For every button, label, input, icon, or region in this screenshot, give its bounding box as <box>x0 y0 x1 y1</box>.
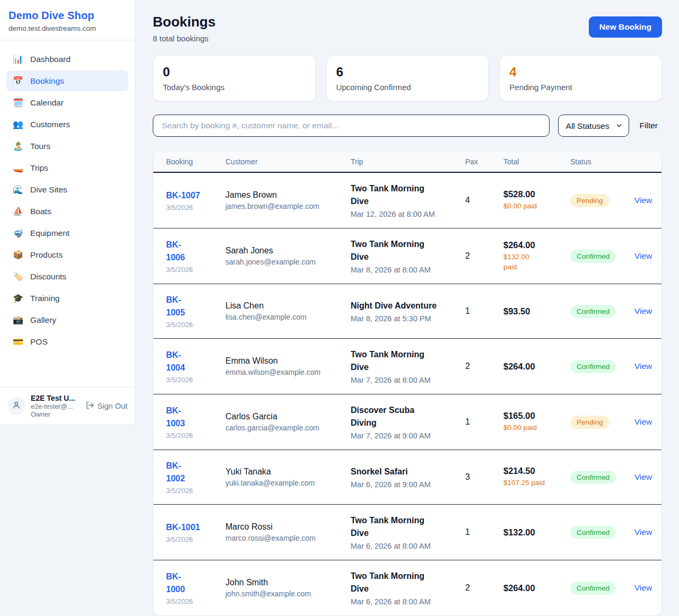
total-amount: $132.00 <box>503 527 570 538</box>
booking-id-link[interactable]: BK- 1006 <box>166 239 185 264</box>
sidebar-item-label: Training <box>30 294 59 303</box>
user-section: E2E Test U... e2e-tester@... Owner Sign … <box>0 387 135 425</box>
search-input[interactable] <box>153 115 550 137</box>
view-link[interactable]: View <box>634 583 652 592</box>
booking-id-link[interactable]: BK- 1003 <box>166 404 185 430</box>
sidebar-item-customers[interactable]: 👥 Customers <box>6 114 128 135</box>
view-link[interactable]: View <box>634 251 652 260</box>
cell-trip: Two Tank Morning Dive Mar 7, 2026 at 8:0… <box>351 348 465 384</box>
sidebar-item-training[interactable]: 🎓 Training <box>6 288 128 309</box>
trip-datetime: Mar 6, 2026 at 8:00 AM <box>351 597 465 606</box>
total-amount: $93.50 <box>503 306 570 316</box>
cell-total: $264.00 <box>503 362 570 372</box>
view-link[interactable]: View <box>634 362 652 371</box>
paid-amount: $132.00 paid <box>503 252 570 272</box>
trip-name: Discover Scuba Diving <box>351 404 465 429</box>
cell-actions: View <box>634 196 653 205</box>
cell-booking: BK- 1003 3/5/2026 <box>166 404 225 439</box>
cell-trip: Night Dive Adventure Mar 8, 2026 at 5:30… <box>351 300 465 323</box>
sidebar-item-label: Gallery <box>30 315 56 325</box>
new-booking-button[interactable]: New Booking <box>589 16 662 38</box>
cell-pax: 1 <box>465 417 503 427</box>
sidebar-item-dashboard[interactable]: 📊 Dashboard <box>6 49 128 69</box>
logout-icon <box>85 401 94 411</box>
cell-customer: Marco Rossi marco.rossi@example.com <box>225 522 351 542</box>
cell-pax: 3 <box>465 472 503 482</box>
customer-email: marco.rossi@example.com <box>225 534 351 542</box>
stat-value: 4 <box>509 65 652 80</box>
cell-customer: Emma Wilson emma.wilson@example.com <box>225 356 351 376</box>
sidebar-item-discounts[interactable]: 🏷️ Discounts <box>6 266 128 287</box>
sidebar-item-label: Trips <box>30 163 48 173</box>
customer-name: Emma Wilson <box>225 356 351 366</box>
view-link[interactable]: View <box>634 527 652 536</box>
cell-customer: John Smith john.smith@example.com <box>225 578 351 598</box>
view-link[interactable]: View <box>634 196 652 205</box>
avatar <box>7 397 25 415</box>
main-content: Bookings 8 total bookings New Booking 0 … <box>135 0 679 616</box>
booking-id-link[interactable]: BK- 1002 <box>166 460 185 485</box>
cell-booking: BK- 1006 3/5/2026 <box>166 239 225 274</box>
booking-date: 3/5/2026 <box>166 321 225 329</box>
view-link[interactable]: View <box>634 472 652 481</box>
cell-status: Confirmed <box>570 526 634 539</box>
cell-booking: BK-1001 3/5/2026 <box>166 521 225 543</box>
sidebar-item-products[interactable]: 📦 Products <box>6 244 128 265</box>
cell-booking: BK- 1000 3/5/2026 <box>166 570 225 605</box>
view-link[interactable]: View <box>634 417 652 426</box>
trip-datetime: Mar 12, 2026 at 8:00 AM <box>351 210 465 218</box>
sidebar-item-label: Discounts <box>30 272 66 281</box>
booking-id-link[interactable]: BK- 1005 <box>166 294 185 319</box>
status-badge: Pending <box>570 416 610 429</box>
total-amount: $528.00 <box>503 189 570 199</box>
sidebar-item-boats[interactable]: ⛵ Boats <box>6 201 128 222</box>
cell-booking: BK- 1002 3/5/2026 <box>166 460 225 495</box>
filter-button[interactable]: Filter <box>640 121 658 130</box>
table-row: BK- 1004 3/5/2026 Emma Wilson emma.wilso… <box>153 339 661 394</box>
booking-id-link[interactable]: BK- 1004 <box>166 349 185 374</box>
cell-trip: Two Tank Morning Dive Mar 6, 2026 at 8:0… <box>351 570 465 606</box>
customer-name: Yuki Tanaka <box>225 467 351 477</box>
cell-actions: View <box>634 251 653 261</box>
sidebar-item-dive-sites[interactable]: 🌊 Dive Sites <box>6 179 128 200</box>
page-header: Bookings 8 total bookings New Booking <box>153 14 662 43</box>
stat-label: Upcoming Confirmed <box>336 83 479 92</box>
cell-total: $165.00 $0.00 paid <box>503 411 570 433</box>
sidebar-item-bookings[interactable]: 📅 Bookings <box>6 71 128 91</box>
sidebar-item-pos[interactable]: 💳 POS <box>6 331 128 352</box>
bar-chart-icon: 📊 <box>13 54 23 64</box>
sidebar-item-tours[interactable]: 🏝️ Tours <box>6 136 128 156</box>
status-badge: Pending <box>570 194 610 207</box>
people-icon: 👥 <box>13 119 23 129</box>
booking-id-link[interactable]: BK-1007 <box>166 189 200 202</box>
sign-out-button[interactable]: Sign Out <box>85 401 127 411</box>
cell-status: Pending <box>570 194 634 207</box>
total-amount: $165.00 <box>503 411 570 421</box>
sidebar-item-label: Products <box>30 250 63 260</box>
trip-name: Two Tank Morning Dive <box>351 514 465 540</box>
column-header-total: Total <box>503 157 570 166</box>
status-select[interactable]: All Statuses <box>558 115 629 137</box>
booking-date: 3/5/2026 <box>166 487 225 495</box>
cell-actions: View <box>634 527 653 537</box>
brand-domain: demo.test.divestreams.com <box>8 24 126 32</box>
customer-email: emma.wilson@example.com <box>225 368 351 376</box>
cell-total: $214.50 $107.25 paid <box>503 466 570 488</box>
package-icon: 📦 <box>13 250 23 260</box>
column-header-actions <box>634 157 649 166</box>
booking-id-link[interactable]: BK- 1000 <box>166 570 185 596</box>
total-amount: $264.00 <box>503 583 570 593</box>
sidebar-item-trips[interactable]: 🚤 Trips <box>6 157 128 178</box>
cell-customer: Lisa Chen lisa.chen@example.com <box>225 301 351 321</box>
column-header-customer: Customer <box>225 157 351 166</box>
sidebar-item-gallery[interactable]: 📸 Gallery <box>6 310 128 330</box>
status-badge: Confirmed <box>570 305 616 318</box>
sidebar-item-calendar[interactable]: 🗓️ Calendar <box>6 92 128 113</box>
booking-id-link[interactable]: BK-1001 <box>166 521 200 534</box>
brand-block: Demo Dive Shop demo.test.divestreams.com <box>0 0 135 40</box>
cell-pax: 2 <box>465 362 503 371</box>
sidebar-item-equipment[interactable]: 🤿 Equipment <box>6 223 128 243</box>
view-link[interactable]: View <box>634 306 652 315</box>
cell-customer: Yuki Tanaka yuki.tanaka@example.com <box>225 467 351 487</box>
sidebar-nav: 📊 Dashboard 📅 Bookings 🗓️ Calendar 👥 Cus… <box>0 40 135 387</box>
